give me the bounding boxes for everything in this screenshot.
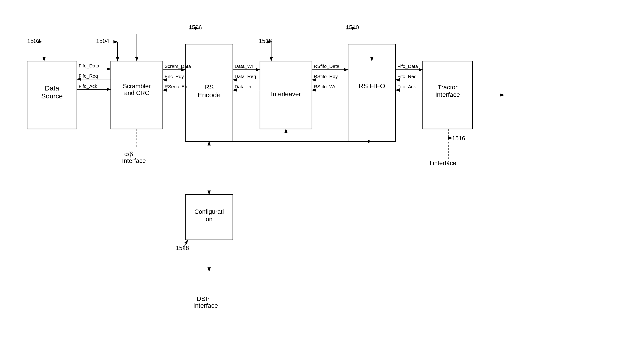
svg-text:Source: Source (41, 92, 62, 100)
svg-text:Fifo_Req: Fifo_Req (79, 73, 98, 79)
svg-text:Interface: Interface (435, 91, 460, 98)
diagram-svg: Data Source Scrambler and CRC RS Encode … (0, 0, 644, 362)
svg-text:1508: 1508 (259, 38, 272, 44)
svg-text:1518: 1518 (176, 245, 189, 251)
svg-text:Interface: Interface (122, 157, 146, 164)
svg-text:Configurati: Configurati (194, 208, 224, 215)
svg-text:Fifo_Req: Fifo_Req (398, 74, 416, 79)
svg-text:I interface: I interface (430, 160, 456, 167)
svg-text:Data: Data (45, 84, 59, 92)
svg-text:Interface: Interface (193, 302, 218, 309)
svg-text:Fifo_Ack: Fifo_Ack (79, 84, 97, 89)
svg-text:RSfifo_Data: RSfifo_Data (314, 64, 340, 69)
svg-text:Data_In: Data_In (235, 84, 251, 89)
svg-text:Fifo_Ack: Fifo_Ack (398, 84, 416, 89)
svg-text:RS: RS (204, 83, 214, 91)
svg-text:Interleaver: Interleaver (271, 91, 301, 98)
svg-text:1502: 1502 (27, 38, 40, 44)
svg-text:Data_Wr: Data_Wr (235, 64, 253, 69)
svg-text:1504: 1504 (96, 38, 109, 44)
svg-text:Data_Req: Data_Req (235, 74, 256, 79)
svg-text:α/β: α/β (124, 151, 133, 157)
svg-text:DSP: DSP (197, 295, 210, 302)
svg-text:1506: 1506 (189, 24, 202, 31)
svg-text:RSenc_En: RSenc_En (164, 84, 187, 89)
svg-text:and CRC: and CRC (124, 90, 149, 96)
svg-text:RS FIFO: RS FIFO (358, 82, 385, 90)
svg-text:1516: 1516 (452, 135, 465, 142)
svg-text:Fifo_Data: Fifo_Data (398, 64, 418, 69)
svg-text:Scrambler: Scrambler (123, 83, 150, 90)
svg-text:RSfifo_Rdy: RSfifo_Rdy (314, 74, 338, 79)
svg-text:on: on (206, 216, 212, 223)
svg-text:Fifo_Data: Fifo_Data (79, 63, 99, 69)
svg-text:Encode: Encode (198, 91, 220, 99)
svg-text:1510: 1510 (346, 24, 359, 31)
diagram-container: Data Source Scrambler and CRC RS Encode … (0, 0, 644, 362)
svg-text:Enc_Rdy: Enc_Rdy (164, 74, 184, 79)
svg-text:RSfifo_Wr: RSfifo_Wr (314, 84, 335, 89)
svg-text:Tractor: Tractor (438, 84, 458, 91)
svg-text:Scram_Data: Scram_Data (164, 64, 191, 69)
